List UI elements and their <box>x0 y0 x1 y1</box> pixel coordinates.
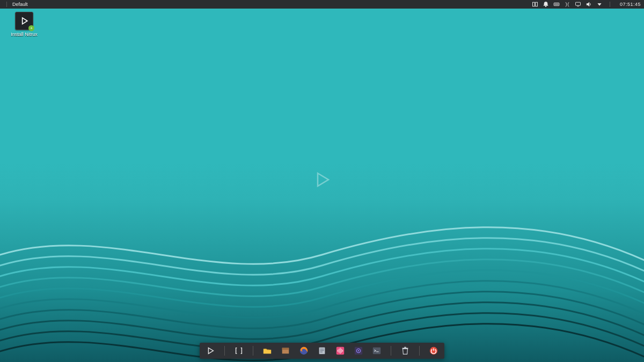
svg-rect-19 <box>320 352 323 352</box>
panel-clock[interactable]: 07:51:45 <box>617 2 641 7</box>
task-view-icon[interactable] <box>233 345 244 356</box>
system-tray: 07:51:45 <box>531 1 641 8</box>
nitrux-logo-icon <box>311 169 333 190</box>
terminal-icon[interactable] <box>371 345 382 356</box>
notifications-icon[interactable] <box>542 1 550 8</box>
dock-panel <box>200 343 444 359</box>
wallpaper-waves <box>0 190 644 362</box>
install-nitrux-label: Install Nitrux <box>11 32 38 37</box>
dock-separator <box>224 346 225 356</box>
files-icon[interactable] <box>262 345 273 356</box>
music-icon[interactable] <box>335 345 346 356</box>
svg-rect-31 <box>402 348 408 349</box>
install-nitrux-launcher[interactable]: Install Nitrux <box>10 12 39 37</box>
panel-separator <box>610 2 610 7</box>
volume-icon[interactable] <box>585 1 592 8</box>
svg-rect-32 <box>404 347 406 348</box>
svg-marker-10 <box>598 4 601 6</box>
archive-icon[interactable] <box>280 345 291 356</box>
display-icon[interactable] <box>574 1 582 8</box>
klipper-icon[interactable] <box>564 1 571 8</box>
trash-icon[interactable] <box>400 345 411 356</box>
desktop-wallpaper <box>0 0 644 362</box>
panel-separator <box>6 2 7 7</box>
svg-marker-11 <box>23 18 27 24</box>
install-nitrux-icon <box>15 12 33 30</box>
svg-rect-29 <box>373 348 380 354</box>
svg-marker-12 <box>208 348 213 354</box>
notes-icon[interactable] <box>317 345 327 356</box>
svg-rect-7 <box>575 2 580 5</box>
svg-rect-2 <box>536 2 538 6</box>
dock-separator <box>391 346 391 356</box>
expand-tray-icon[interactable] <box>596 1 603 8</box>
dock-separator <box>253 346 253 356</box>
install-badge-icon <box>28 25 34 31</box>
svg-rect-18 <box>320 350 324 351</box>
media-icon[interactable] <box>353 345 364 356</box>
svg-rect-4 <box>554 3 559 5</box>
keyboard-icon[interactable] <box>553 1 560 8</box>
svg-rect-14 <box>282 348 289 350</box>
svg-point-3 <box>545 6 546 7</box>
dock-separator <box>419 346 420 356</box>
power-icon[interactable] <box>428 345 439 356</box>
svg-marker-9 <box>587 2 589 6</box>
activity-switcher[interactable]: Default <box>10 2 30 7</box>
launcher-icon[interactable] <box>205 345 216 356</box>
svg-rect-17 <box>320 349 324 349</box>
firefox-icon[interactable] <box>298 345 309 356</box>
svg-marker-0 <box>318 173 328 186</box>
svg-rect-1 <box>532 2 535 6</box>
tiling-icon[interactable] <box>531 1 539 8</box>
svg-point-28 <box>358 350 359 351</box>
top-panel: Default 07:51:45 <box>0 0 644 9</box>
